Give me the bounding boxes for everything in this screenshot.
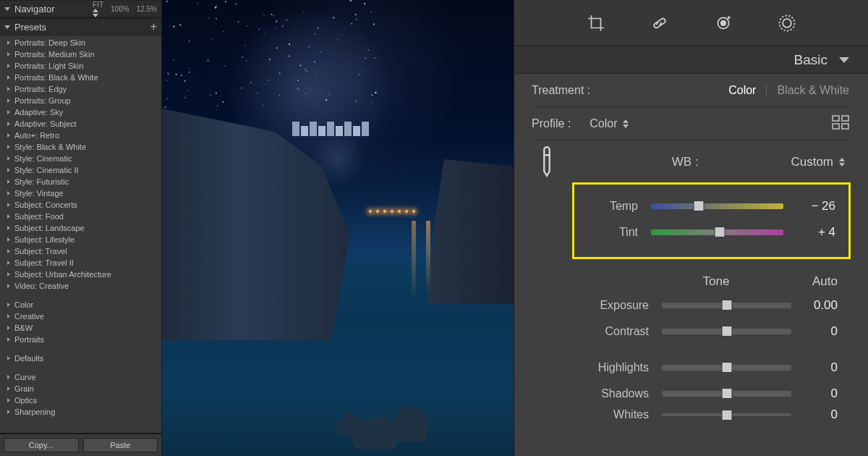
basic-panel-header[interactable]: Basic — [514, 46, 868, 74]
preset-folder[interactable]: Portraits: Light Skin — [7, 60, 161, 72]
preset-folder[interactable]: Portraits: Black & White — [7, 72, 161, 83]
svg-point-91 — [189, 68, 190, 69]
contrast-value[interactable]: 0 — [801, 324, 838, 339]
preset-folder-label: Portraits — [14, 335, 44, 344]
svg-rect-410 — [842, 116, 848, 121]
preset-folder-label: Defaults — [14, 354, 43, 363]
preset-folder[interactable]: Subject: Concerts — [7, 199, 161, 211]
crop-tool[interactable] — [586, 13, 606, 33]
preset-folder[interactable]: Curve — [7, 371, 161, 383]
copy-button[interactable]: Copy... — [4, 438, 79, 452]
wb-dropdown[interactable]: Custom — [791, 155, 845, 169]
chevron-down-icon[interactable] — [4, 25, 10, 29]
svg-point-185 — [241, 93, 242, 94]
svg-point-344 — [356, 19, 357, 20]
auto-tone-button[interactable]: Auto — [812, 274, 838, 289]
svg-point-320 — [295, 28, 296, 29]
left-button-row: Copy... Paste — [0, 434, 161, 456]
preset-folder[interactable]: Style: Futuristic — [7, 176, 161, 187]
chevron-down-icon[interactable] — [4, 7, 10, 11]
preset-folder[interactable]: Style: Vintage — [7, 187, 161, 199]
preset-folder[interactable]: Sharpening — [7, 406, 161, 418]
profile-dropdown[interactable]: Color — [590, 117, 629, 130]
fit-dropdown[interactable]: FIT — [93, 1, 103, 17]
preset-folder[interactable]: Style: Cinematic II — [7, 164, 161, 176]
healing-tool[interactable] — [650, 13, 670, 33]
tone-label: Tone — [620, 274, 812, 289]
temp-slider[interactable] — [651, 203, 783, 209]
svg-rect-411 — [833, 124, 839, 129]
preset-folder[interactable]: Adaptive: Sky — [7, 106, 161, 118]
preset-folder[interactable]: Subject: Landscape — [7, 222, 161, 234]
chevron-down-icon[interactable] — [839, 57, 849, 63]
svg-point-149 — [276, 47, 278, 48]
preset-folder[interactable]: Grain — [7, 383, 161, 394]
preset-folder[interactable]: Optics — [7, 394, 161, 406]
add-preset-button[interactable]: + — [150, 20, 157, 33]
svg-point-314 — [181, 75, 182, 76]
preset-folder[interactable]: Style: Black & White — [7, 141, 161, 153]
whites-value[interactable]: 0 — [801, 408, 838, 422]
svg-point-214 — [276, 20, 277, 22]
preset-folder[interactable]: Subject: Travel II — [7, 257, 161, 269]
preset-folder[interactable]: Creative — [7, 311, 161, 322]
chevron-right-icon — [7, 237, 10, 242]
redeye-tool[interactable] — [713, 13, 733, 33]
svg-point-106 — [214, 36, 215, 37]
chevron-right-icon — [7, 145, 10, 149]
preset-folder[interactable]: Defaults — [7, 352, 161, 364]
zoom-100[interactable]: 100% — [111, 5, 129, 13]
exposure-slider[interactable] — [662, 303, 791, 308]
preset-folder[interactable]: Style: Cinematic — [7, 153, 161, 164]
zoom-12-5[interactable]: 12.5% — [137, 5, 157, 13]
highlights-slider[interactable] — [662, 365, 791, 371]
profile-browser-button[interactable] — [832, 115, 849, 132]
preset-folder[interactable]: Auto+: Retro — [7, 130, 161, 141]
preset-folder[interactable]: B&W — [7, 322, 161, 334]
preset-folder-label: Optics — [14, 396, 37, 405]
treatment-bw[interactable]: Black & White — [777, 84, 849, 97]
contrast-slider[interactable] — [662, 329, 791, 334]
chevron-right-icon — [7, 122, 10, 126]
preset-folder[interactable]: Subject: Food — [7, 211, 161, 222]
treatment-color[interactable]: Color — [728, 84, 756, 97]
svg-point-39 — [263, 14, 265, 15]
preset-folder[interactable]: Video: Creative — [7, 280, 161, 292]
preset-folder[interactable]: Portraits: Deep Skin — [7, 37, 161, 48]
svg-point-191 — [212, 72, 213, 73]
wb-eyedropper-tool[interactable] — [532, 146, 562, 179]
preset-folder[interactable]: Subject: Lifestyle — [7, 234, 161, 245]
svg-point-408 — [783, 19, 791, 28]
preset-folder-label: Portraits: Group — [14, 96, 71, 105]
preset-folder[interactable]: Color — [7, 299, 161, 311]
preset-folder[interactable]: Portraits: Edgy — [7, 83, 161, 95]
chevron-right-icon — [7, 156, 10, 161]
masking-tool[interactable] — [777, 13, 797, 33]
whites-slider[interactable] — [662, 413, 791, 416]
shadows-value[interactable]: 0 — [801, 387, 838, 401]
navigator-panel[interactable]: Navigator FIT 100% 12.5% — [0, 0, 161, 18]
paste-button[interactable]: Paste — [83, 438, 158, 452]
svg-point-354 — [216, 18, 217, 20]
exposure-value[interactable]: 0.00 — [801, 298, 838, 313]
svg-point-287 — [211, 39, 212, 40]
image-canvas[interactable] — [162, 0, 514, 456]
preset-folder-label: Style: Cinematic II — [14, 166, 79, 174]
svg-point-183 — [268, 80, 269, 81]
preset-folder[interactable]: Adaptive: Subject — [7, 118, 161, 130]
preset-folder[interactable]: Subject: Travel — [7, 245, 161, 257]
tint-slider[interactable] — [651, 229, 783, 235]
svg-point-256 — [173, 25, 174, 27]
shadows-slider[interactable] — [662, 391, 791, 397]
preset-folder[interactable]: Portraits: Group — [7, 95, 161, 106]
svg-point-407 — [779, 15, 794, 30]
preset-folder-label: Adaptive: Sky — [14, 108, 63, 117]
tint-value[interactable]: + 4 — [793, 225, 835, 240]
preset-folder[interactable]: Portraits: Medium Skin — [7, 48, 161, 60]
preset-folder[interactable]: Subject: Urban Architecture — [7, 269, 161, 280]
svg-point-307 — [179, 24, 179, 25]
temp-value[interactable]: − 26 — [793, 199, 835, 214]
highlights-value[interactable]: 0 — [801, 360, 838, 375]
preset-folder[interactable]: Portraits — [7, 334, 161, 345]
treatment-label: Treatment : — [532, 84, 590, 97]
